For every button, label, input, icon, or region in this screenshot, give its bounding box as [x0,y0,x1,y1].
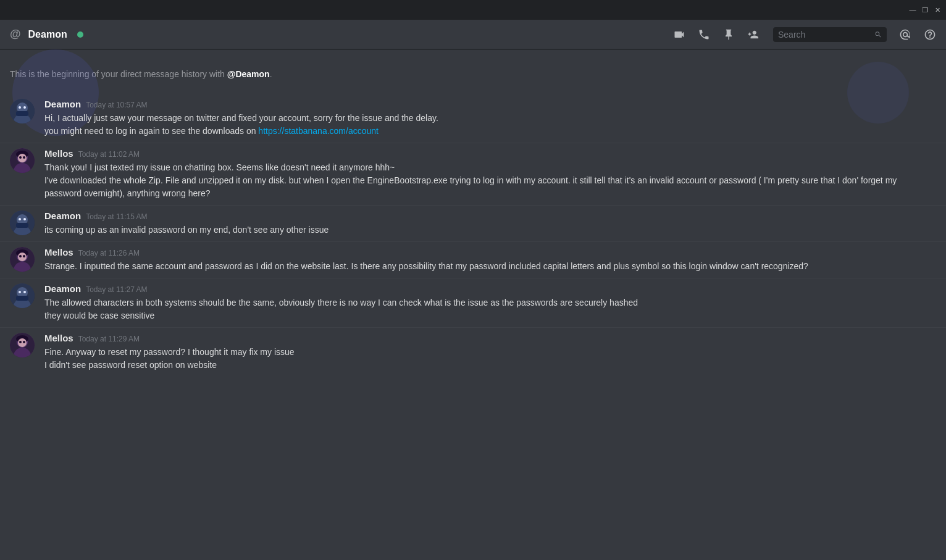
search-box[interactable] [773,27,887,42]
avatar [10,247,35,272]
message-header: Deamon Today at 10:57 AM [44,99,936,109]
message-content: Mellos Today at 11:02 AM Thank you! I ju… [44,148,936,200]
mellos-avatar-svg [10,333,35,357]
svg-point-37 [19,341,22,343]
message-line: The allowed characters in both systems s… [44,296,936,309]
svg-rect-3 [16,111,28,116]
svg-rect-16 [16,223,28,228]
deamon-avatar-svg [10,283,35,308]
message-timestamp: Today at 10:57 AM [86,101,147,109]
message-timestamp: Today at 11:15 AM [86,212,147,221]
avatar [10,211,35,235]
message-content: Deamon Today at 10:57 AM Hi, I actually … [44,99,936,138]
message-header: Mellos Today at 11:26 AM [44,247,936,257]
message-line: I've downloaded the whole Zip. File and … [44,174,936,200]
message-timestamp: Today at 11:02 AM [78,150,140,159]
message-group: Deamon Today at 11:15 AM its coming up a… [0,205,946,241]
at-symbol: @ [10,28,21,41]
svg-point-31 [23,291,26,293]
message-line: Thank you! I just texted my issue on cha… [44,161,936,174]
svg-point-17 [19,218,21,220]
svg-point-18 [23,218,26,220]
phone-call-icon[interactable] [698,28,710,41]
message-text: Fine. Anyway to reset my password? I tho… [44,346,936,372]
search-icon [874,30,882,39]
avatar [10,333,35,357]
mellos-avatar-svg [10,247,35,272]
message-content: Mellos Today at 11:29 AM Fine. Anyway to… [44,333,936,372]
message-timestamp: Today at 11:27 AM [86,285,147,294]
message-line: I didn't see password reset option on we… [44,359,936,372]
message-timestamp: Today at 11:26 AM [78,249,140,257]
message-timestamp: Today at 11:29 AM [78,335,140,343]
avatar [10,99,35,123]
message-author: Mellos [44,333,73,343]
message-group: Deamon Today at 11:27 AM The allowed cha… [0,278,946,327]
add-friend-icon[interactable] [747,28,761,41]
message-group: Mellos Today at 11:29 AM Fine. Anyway to… [0,327,946,377]
message-text: The allowed characters in both systems s… [44,296,936,322]
header-icons [673,27,936,42]
svg-point-5 [23,106,26,109]
message-line: its coming up as an invalid password on … [44,224,936,236]
svg-point-36 [18,338,27,347]
message-group: Deamon Today at 10:57 AM Hi, I actually … [0,94,946,143]
titlebar: — ❐ ✕ [0,0,946,20]
message-text: its coming up as an invalid password on … [44,224,936,236]
message-line-before: you might need to log in again to see th… [44,126,258,136]
dm-username: Deamon [28,29,67,40]
avatar [10,148,35,173]
message-author: Deamon [44,283,81,294]
svg-point-25 [23,255,25,257]
svg-point-12 [23,156,25,159]
history-username: @Deamon [227,69,270,79]
online-status-dot [77,31,83,38]
svg-point-10 [18,154,27,162]
message-line: they would be case sensitive [44,309,936,322]
message-author: Mellos [44,148,73,159]
message-line: Strange. I inputted the same account and… [44,260,936,273]
history-text: This is the beginning of your direct mes… [0,59,946,94]
message-line: Fine. Anyway to reset my password? I tho… [44,346,936,359]
maximize-button[interactable]: ❐ [921,6,929,14]
dm-header: @ Deamon [0,20,946,49]
message-link[interactable]: https://statbanana.com/account [258,126,379,136]
message-content: Deamon Today at 11:15 AM its coming up a… [44,211,936,236]
message-text: Thank you! I just texted my issue on cha… [44,161,936,200]
messages-area: This is the beginning of your direct mes… [0,49,946,560]
svg-point-30 [19,291,21,293]
deamon-avatar-svg [10,99,35,123]
svg-rect-29 [16,296,28,301]
mellos-avatar-svg [10,148,35,173]
message-text: Strange. I inputted the same account and… [44,260,936,273]
message-line: Hi, I actually just saw your message on … [44,112,936,125]
deamon-avatar-svg [10,211,35,235]
help-icon[interactable] [924,28,936,41]
close-button[interactable]: ✕ [934,6,941,14]
message-author: Deamon [44,211,81,221]
message-header: Mellos Today at 11:02 AM [44,148,936,159]
minimize-button[interactable]: — [909,6,916,14]
svg-point-23 [18,253,27,261]
svg-point-24 [19,255,22,257]
svg-point-11 [19,156,22,159]
search-input[interactable] [778,30,871,40]
mentions-icon[interactable] [899,28,911,41]
message-line: you might need to log in again to see th… [44,125,936,138]
message-header: Mellos Today at 11:29 AM [44,333,936,343]
message-content: Mellos Today at 11:26 AM Strange. I inpu… [44,247,936,273]
message-content: Deamon Today at 11:27 AM The allowed cha… [44,283,936,322]
message-group: Mellos Today at 11:26 AM Strange. I inpu… [0,241,946,278]
message-author: Mellos [44,247,73,257]
video-call-icon[interactable] [673,28,685,41]
avatar [10,283,35,308]
svg-point-4 [19,106,21,109]
message-text: Hi, I actually just saw your message on … [44,112,936,138]
history-suffix: . [270,69,272,79]
message-header: Deamon Today at 11:15 AM [44,211,936,221]
svg-point-38 [23,341,25,343]
message-header: Deamon Today at 11:27 AM [44,283,936,294]
message-author: Deamon [44,99,81,109]
pin-icon[interactable] [722,28,735,41]
message-group: Mellos Today at 11:02 AM Thank you! I ju… [0,143,946,205]
